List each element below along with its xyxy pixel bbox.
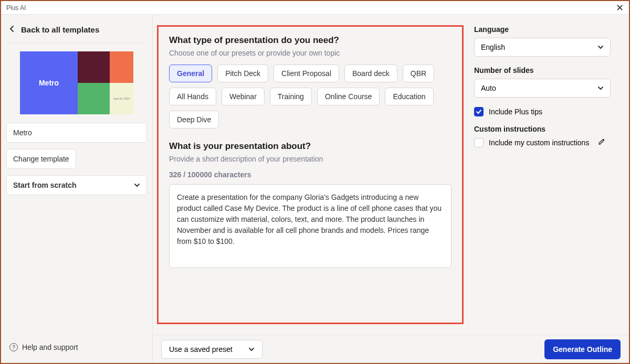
preset-webinar[interactable]: Webinar [222,88,265,105]
settings-column: Language English Number of slides Auto [474,25,619,324]
language-value: English [481,43,505,51]
custom-instructions-checkbox[interactable] [474,138,484,147]
help-support-link[interactable]: ? Help and support [6,340,147,355]
chevron-down-icon [597,84,604,92]
edit-icon[interactable] [597,137,606,147]
preset-chips: General Pitch Deck Client Proposal Board… [169,65,452,129]
start-from-scratch-select[interactable]: Start from scratch [6,175,147,195]
generate-outline-button[interactable]: Generate Outline [544,339,621,359]
about-title: What is your presentation about? [169,141,452,152]
chevron-down-icon [134,181,140,189]
slides-label: Number of slides [474,66,611,74]
include-custom-label: Include my custom instructions [489,138,589,147]
chevron-left-icon [9,25,15,34]
preset-board-deck[interactable]: Board deck [344,65,397,82]
custom-instructions-label: Custom instructions [474,125,611,133]
preset-qbr[interactable]: QBR [403,65,434,82]
sidebar: Back to all templates Metro April 24, 20… [1,15,152,363]
preview-date: April 24, 2024 [110,83,133,114]
close-icon[interactable]: ✕ [616,2,624,14]
back-to-templates-button[interactable]: Back to all templates [6,23,147,43]
preset-education[interactable]: Education [385,88,433,105]
plus-tips-checkbox[interactable] [474,107,484,116]
about-subtitle: Provide a short description of your pres… [169,155,452,163]
footer: Use a saved preset Generate Outline [153,335,629,363]
start-scratch-label: Start from scratch [13,181,77,189]
language-label: Language [474,25,611,34]
app-title: Plus AI [6,4,26,12]
help-label: Help and support [22,343,78,351]
template-name-input[interactable] [6,123,147,143]
saved-preset-select[interactable]: Use a saved preset [161,340,262,359]
chevron-down-icon [597,44,604,51]
preset-pitch-deck[interactable]: Pitch Deck [217,65,268,82]
preset-all-hands[interactable]: All Hands [169,88,216,105]
help-icon: ? [9,343,18,351]
highlighted-section: What type of presentation do you need? C… [157,25,464,324]
template-preview-title: Metro [20,51,78,114]
chevron-down-icon [248,346,255,353]
main-panel: What type of presentation do you need? C… [152,15,629,363]
template-preview: Metro April 24, 2024 [20,51,133,114]
char-count: 326 / 100000 characters [169,170,452,179]
preset-online-course[interactable]: Online Course [317,88,380,105]
description-textarea[interactable] [169,184,452,268]
slides-value: Auto [481,84,496,92]
type-subtitle: Choose one of our presets or provide you… [169,49,452,57]
change-template-button[interactable]: Change template [6,149,76,169]
preset-client-proposal[interactable]: Client Proposal [274,65,339,82]
slides-select[interactable]: Auto [474,79,611,98]
back-label: Back to all templates [21,25,99,34]
language-select[interactable]: English [474,38,611,57]
preset-deep-dive[interactable]: Deep Dive [169,111,219,129]
preset-general[interactable]: General [169,65,212,82]
preset-label: Use a saved preset [169,345,233,354]
plus-tips-label: Include Plus tips [489,108,542,116]
preset-training[interactable]: Training [270,88,312,105]
type-title: What type of presentation do you need? [169,35,452,46]
